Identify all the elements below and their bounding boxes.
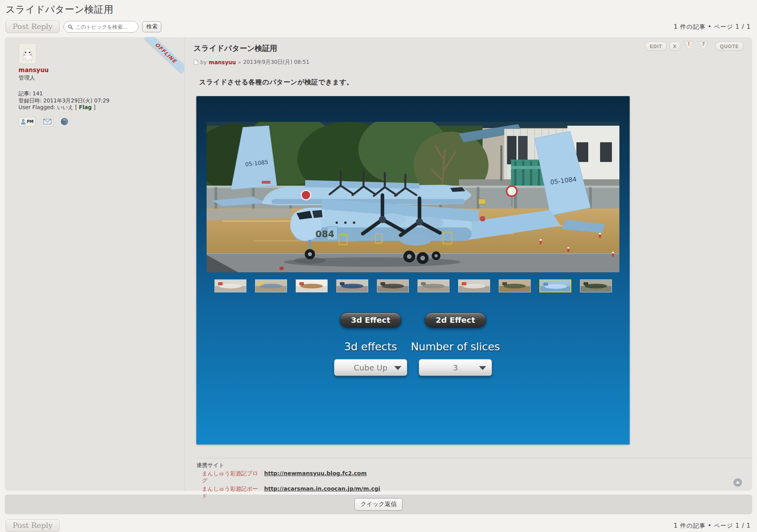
slideshow-main-photo[interactable]: 05-1085	[207, 122, 619, 272]
profile-username[interactable]: mansyuu	[19, 67, 184, 74]
signature-links: まんしゅう彩遊記ブログhttp://newmansyuu.blog.fc2.co…	[196, 470, 753, 500]
bottom-toolbar: Post Reply 1 件の記事 • ページ 1 / 1	[6, 519, 751, 532]
slices-select-value: 3	[453, 363, 458, 372]
thumbnail-accent-shape	[502, 282, 507, 285]
effect-select[interactable]: Cube Up	[334, 359, 407, 376]
thumbnail-camo-jet-white-background[interactable]	[296, 279, 328, 292]
thumbnail-grey-surveillance-aircraft[interactable]	[418, 279, 449, 292]
3d-effect-button[interactable]: 3d Effect	[340, 313, 401, 327]
search-icon	[68, 24, 73, 30]
thumbnail-white-phantom-sunburst-tail[interactable]	[458, 279, 490, 292]
quick-reply-button[interactable]: クイック返信	[354, 498, 402, 511]
thumbnail-red-white-trainer-jet[interactable]	[214, 279, 246, 292]
chevron-down-icon	[394, 366, 401, 370]
report-post-button[interactable]: !	[683, 41, 695, 52]
post-controls: EDIT X ! ? QUOTE	[645, 41, 744, 52]
pm-label: PM	[27, 119, 34, 124]
post-panel: mansyuu 管理人 記事: 141 登録日時: 2011年3月29日(火) …	[5, 37, 752, 491]
signature-site-label: まんしゅう彩遊記ボード	[196, 485, 260, 500]
pagination-bottom: 1 件の記事 • ページ 1 / 1	[674, 522, 751, 530]
thumbnail-strip	[214, 279, 612, 292]
thumbnail-accent-shape	[259, 282, 263, 285]
signature-heading: 連携サイト	[196, 462, 753, 469]
thumbnail-blue-c130-current[interactable]	[539, 279, 571, 292]
thumbnail-accent-shape	[584, 282, 588, 285]
slideshow-widget: 05-1085	[196, 96, 630, 445]
thumbnail-accent-shape	[218, 282, 223, 285]
2d-effect-button[interactable]: 2d Effect	[425, 313, 486, 327]
post-content: EDIT X ! ? QUOTE スライドパターン検証用	[185, 37, 752, 491]
thumbnail-dark-blue-f2-fighter[interactable]	[336, 279, 368, 292]
quote-button[interactable]: QUOTE	[715, 42, 744, 51]
page-title: スライドパターン検証用	[6, 3, 757, 16]
stat-flagged: User Flagged: いいえ [ Flag ]	[19, 104, 184, 111]
forum-topic-page: スライドパターン検証用 Post Reply 検索 1 件の記事 • ページ 1…	[0, 0, 757, 532]
signature-block: 連携サイト まんしゅう彩遊記ブログhttp://newmansyuu.blog.…	[196, 458, 753, 500]
3d-effects-label: 3d effects	[344, 340, 397, 353]
effect-select-value: Cube Up	[354, 363, 387, 372]
thumbnail-accent-shape	[299, 282, 304, 285]
website-button[interactable]	[59, 117, 70, 126]
private-message-button[interactable]: PM	[19, 117, 35, 126]
thumbnail-accent-shape	[462, 282, 466, 285]
signature-site-link[interactable]: http://acarsman.in.coocan.jp/m/m.cgi	[264, 485, 380, 492]
thumbnail-accent-shape	[543, 283, 548, 286]
byline-author-link[interactable]: mansyuu	[209, 59, 236, 65]
nose-number: 084	[315, 229, 334, 239]
slideshow-controls: 3d Effect 2d Effect 3d effects Number of…	[328, 313, 498, 376]
thumbnail-accent-shape	[380, 282, 385, 285]
stat-joined-value: 2011年3月29日(火) 07:29	[43, 97, 110, 104]
thumbnail-accent-shape	[340, 282, 345, 285]
flag-link[interactable]: Flag	[79, 104, 92, 110]
chevron-down-icon	[479, 366, 486, 370]
c130-photo-illustration: 05-1085	[207, 122, 619, 272]
back-to-top-button[interactable]	[733, 478, 742, 487]
pagination-top: 1 件の記事 • ページ 1 / 1	[674, 23, 751, 31]
post-info-button[interactable]: ?	[697, 41, 709, 52]
edit-post-button[interactable]: EDIT	[645, 42, 667, 51]
arrow-up-icon	[736, 481, 740, 484]
signature-site-link[interactable]: http://newmansyuu.blog.fc2.com	[264, 470, 367, 476]
stat-joined-label: 登録日時:	[19, 97, 42, 104]
post-reply-button[interactable]: Post Reply	[6, 20, 60, 33]
search-button[interactable]: 検索	[142, 21, 161, 32]
signature-site-label: まんしゅう彩遊記ブログ	[196, 470, 260, 484]
stat-flagged-label: User Flagged:	[19, 104, 55, 110]
post-page-icon[interactable]	[194, 60, 198, 65]
globe-icon	[61, 118, 68, 125]
email-icon	[43, 119, 52, 125]
contact-buttons: PM	[19, 117, 184, 126]
delete-post-button[interactable]: X	[669, 42, 680, 51]
question-icon: ?	[702, 41, 705, 47]
thumbnail-blue-jet-yellow-balloon[interactable]	[255, 279, 287, 292]
post-byline: by mansyuu » 2013年9月30日(月) 08:51	[194, 59, 744, 66]
search-input[interactable]	[76, 24, 134, 30]
thumbnail-dark-green-helicopter[interactable]	[580, 279, 612, 292]
user-icon	[21, 119, 26, 125]
stat-posts-value: 141	[33, 90, 43, 97]
profile-rank: 管理人	[19, 74, 184, 82]
profile-stats: 記事: 141 登録日時: 2011年3月29日(火) 07:29 User F…	[19, 90, 184, 111]
thumbnail-accent-shape	[421, 282, 426, 285]
thumbnail-green-camo-transport[interactable]	[499, 279, 531, 292]
stat-posts: 記事: 141	[19, 90, 184, 97]
topic-search-box[interactable]	[63, 21, 138, 33]
email-button[interactable]	[41, 117, 54, 126]
stat-posts-label: 記事:	[19, 90, 31, 97]
post-date: 2013年9月30日(月) 08:51	[243, 59, 310, 66]
exclamation-icon: !	[688, 41, 690, 47]
topic-toolbar: Post Reply 検索 1 件の記事 • ページ 1 / 1	[6, 20, 751, 34]
thumbnail-dark-jet-head-on[interactable]	[377, 279, 409, 292]
avatar[interactable]	[19, 43, 37, 64]
post-reply-button-bottom[interactable]: Post Reply	[6, 519, 60, 532]
number-of-slices-label: Number of slices	[411, 340, 500, 353]
slices-select[interactable]: 3	[419, 359, 492, 376]
signature-row: まんしゅう彩遊記ボードhttp://acarsman.in.coocan.jp/…	[196, 485, 753, 500]
author-profile: mansyuu 管理人 記事: 141 登録日時: 2011年3月29日(火) …	[5, 37, 185, 491]
stat-flagged-value: いいえ	[57, 104, 73, 110]
stat-joined: 登録日時: 2011年3月29日(火) 07:29	[19, 97, 184, 104]
signature-row: まんしゅう彩遊記ブログhttp://newmansyuu.blog.fc2.co…	[196, 470, 753, 484]
post-body-text: スライドさせる各種のパターンが検証できます。	[199, 78, 744, 87]
